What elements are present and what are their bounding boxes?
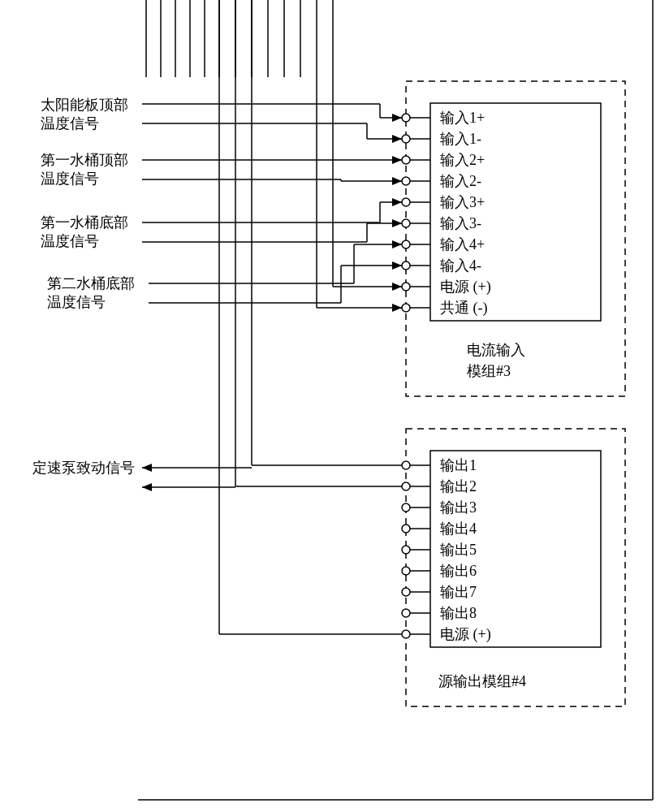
plc-wiring-diagram: 太阳能板顶部 温度信号 第一水桶顶部 温度信号 第一水桶底部 温度信号 第二水桶… [0, 0, 669, 812]
svg-point-21 [402, 156, 410, 164]
module-4-pin-label: 输出7 [440, 584, 477, 600]
module-4-outline [406, 429, 625, 706]
label-tank2-bot-2: 温度信号 [47, 294, 106, 310]
svg-point-33 [402, 283, 410, 291]
module-4-title: 源输出模组#4 [438, 673, 526, 689]
svg-point-35 [402, 304, 410, 312]
svg-marker-102 [392, 240, 402, 248]
svg-point-43 [402, 525, 410, 533]
svg-marker-104 [392, 261, 402, 270]
svg-point-49 [402, 588, 410, 596]
module-4-pin-label: 输出1 [440, 457, 477, 473]
svg-point-23 [402, 177, 410, 185]
module-4-pin-label: 输出5 [440, 542, 477, 558]
svg-marker-106 [392, 283, 402, 291]
module-4-pin-label: 输出4 [440, 520, 477, 537]
label-solar-top-1: 太阳能板顶部 [41, 97, 128, 113]
module-3-pin-label: 电源 (+) [440, 279, 491, 296]
module-4-pin-label: 输出6 [440, 563, 477, 579]
svg-marker-90 [392, 114, 402, 122]
module-3-pin-label: 输入2- [440, 173, 481, 189]
label-pump-actuate: 定速泵致动信号 [32, 460, 135, 476]
svg-point-47 [402, 567, 410, 575]
svg-marker-100 [392, 219, 402, 227]
module-3-pin-label: 输入1+ [440, 110, 485, 126]
svg-marker-94 [392, 156, 402, 164]
label-tank2-bot-1: 第二水桶底部 [47, 275, 135, 292]
module-3-pin-label: 输入3- [440, 215, 481, 231]
module-3-pin-label: 输入1- [440, 131, 481, 147]
label-tank1-top-2: 温度信号 [41, 171, 99, 187]
module-4-pin-label: 输出2 [440, 478, 477, 495]
module-3-title-1: 电流输入 [467, 342, 525, 358]
left-labels: 太阳能板顶部 温度信号 第一水桶顶部 温度信号 第一水桶底部 温度信号 第二水桶… [32, 97, 135, 476]
svg-point-37 [402, 461, 410, 469]
svg-point-51 [402, 609, 410, 617]
svg-point-19 [402, 135, 410, 143]
svg-point-17 [402, 114, 410, 122]
svg-marker-84 [142, 464, 152, 472]
svg-point-39 [402, 482, 410, 490]
svg-marker-92 [392, 135, 402, 143]
svg-point-29 [402, 240, 410, 248]
module-3-pin-label: 输入2+ [440, 152, 485, 168]
wiring-nets [142, 104, 402, 634]
module-4-pin-label: 输出8 [440, 605, 477, 621]
module-3-current-input: 输入1+输入1-输入2+输入2-输入3+输入3-输入4+输入4-电源 (+)共通… [402, 81, 625, 396]
svg-point-53 [402, 630, 410, 638]
module-3-pin-label: 输入4+ [440, 236, 485, 253]
label-solar-top-2: 温度信号 [41, 115, 99, 132]
module-3-pin-label: 共通 (-) [440, 300, 487, 317]
svg-marker-108 [392, 304, 402, 312]
svg-point-27 [402, 219, 410, 227]
module-3-pin-label: 输入4- [440, 257, 481, 274]
svg-point-45 [402, 546, 410, 554]
label-tank1-bot-2: 温度信号 [41, 233, 99, 249]
label-tank1-top-1: 第一水桶顶部 [41, 152, 128, 168]
module-4-pin-label: 输出3 [440, 499, 477, 516]
svg-marker-96 [392, 177, 402, 185]
svg-marker-98 [392, 198, 402, 206]
svg-point-31 [402, 261, 410, 270]
vertical-bus [146, 0, 333, 634]
module-4-source-output: 输出1输出2输出3输出4输出5输出6输出7输出8电源 (+)源输出模组#4 [402, 429, 625, 706]
svg-marker-86 [142, 483, 152, 491]
svg-point-41 [402, 503, 410, 512]
label-tank1-bot-1: 第一水桶底部 [41, 214, 128, 231]
module-4-pin-label: 电源 (+) [440, 626, 491, 643]
svg-point-25 [402, 198, 410, 206]
module-3-pin-label: 输入3+ [440, 194, 485, 210]
module-3-title-2: 模组#3 [467, 363, 511, 379]
